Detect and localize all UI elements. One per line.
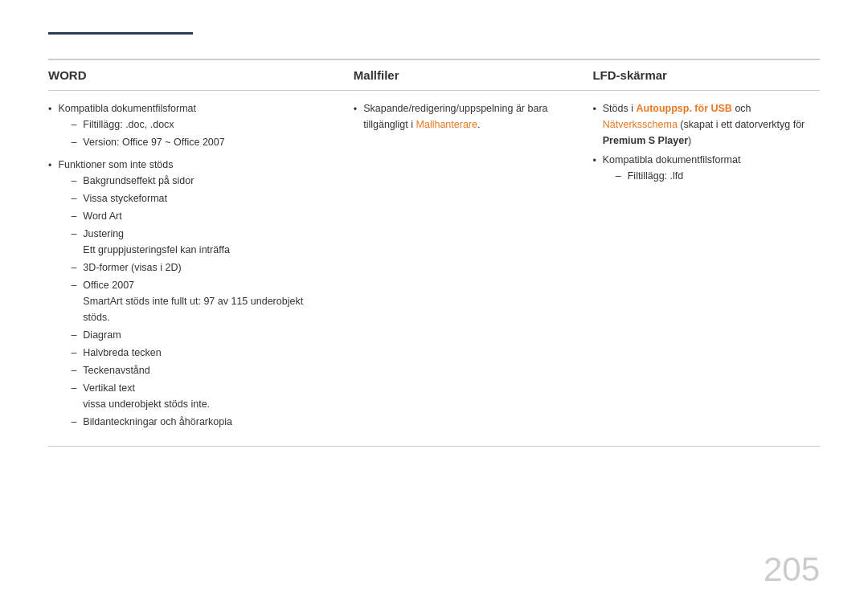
list-item: Version: Office 97 ~ Office 2007 xyxy=(71,134,329,150)
mall-item1-content: Skapande/redigering/uppspelning är bara … xyxy=(363,100,568,133)
word-cell: Kompatibla dokumentfilsformat Filtillägg… xyxy=(48,91,342,447)
list-item: Kompatibla dokumentfilsformat Filtillägg… xyxy=(48,100,330,153)
lfd-item2-content: Kompatibla dokumentfilsformat Filtillägg… xyxy=(603,152,808,187)
col-header-mallfiler: Mallfiler xyxy=(342,60,581,91)
word-dash-s2-5: 3D-former (visas i 2D) xyxy=(83,260,329,276)
word-dash-s2-11: Bildanteckningar och åhörarkopia xyxy=(83,414,329,430)
word-dash-s2-1: Bakgrundseffekt på sidor xyxy=(83,173,329,189)
list-item: Funktioner som inte stöds Bakgrundseffek… xyxy=(48,157,330,433)
list-item: Diagram xyxy=(71,327,329,343)
lfd-header-label: LFD-skärmar xyxy=(592,68,667,82)
lfd-text3: (skapat i ett datorverktyg för xyxy=(678,119,805,130)
list-item: Word Art xyxy=(71,208,329,224)
word-dash-list-2: Bakgrundseffekt på sidor Vissa styckefor… xyxy=(71,173,329,430)
list-item: Stöds i Autouppsp. för USB och Nätverkss… xyxy=(592,100,808,149)
lfd-item1-content: Stöds i Autouppsp. för USB och Nätverkss… xyxy=(603,100,808,149)
word-dash-s2-3: Word Art xyxy=(83,208,329,224)
list-item: Bildanteckningar och åhörarkopia xyxy=(71,414,329,430)
word-dash-s2-10-note: vissa underobjekt stöds inte. xyxy=(83,398,210,410)
lfd-text1: Stöds i xyxy=(603,103,637,114)
list-item-content-2: Funktioner som inte stöds Bakgrundseffek… xyxy=(58,157,329,433)
list-item: Filtillägg: .doc, .docx xyxy=(71,116,329,133)
lfd-orange-bold: Autouppsp. för USB xyxy=(636,103,731,114)
word-item2-text: Funktioner som inte stöds xyxy=(58,159,173,170)
mall-link: Mallhanterare xyxy=(416,119,477,130)
lfd-orange: Nätverksschema xyxy=(603,119,678,130)
word-dash-s2-9: Teckenavstånd xyxy=(83,362,329,378)
word-dash-s2-6-wrap: Office 2007 SmartArt stöds inte fullt ut… xyxy=(83,277,329,325)
col-header-lfd: LFD-skärmar xyxy=(580,60,820,91)
table-row: Kompatibla dokumentfilsformat Filtillägg… xyxy=(48,91,820,447)
word-dash-s2-10-wrap: Vertikal text vissa underobjekt stöds in… xyxy=(83,380,329,412)
list-item: Kompatibla dokumentfilsformat Filtillägg… xyxy=(592,152,808,187)
list-item: Bakgrundseffekt på sidor xyxy=(71,173,329,189)
word-dash-s2-10: Vertikal text xyxy=(83,382,135,394)
list-item: Teckenavstånd xyxy=(71,362,329,378)
list-item: Filtillägg: .lfd xyxy=(616,168,808,184)
col-header-word: WORD xyxy=(48,60,342,91)
content-table: WORD Mallfiler LFD-skärmar xyxy=(48,59,820,447)
lfd-bold: Premium S Player xyxy=(603,135,688,146)
list-item: Halvbreda tecken xyxy=(71,345,329,361)
word-item1-text: Kompatibla dokumentfilsformat xyxy=(58,103,196,114)
word-dash1: Filtillägg: .doc, .docx xyxy=(83,116,329,133)
lfd-item2-text: Kompatibla dokumentfilsformat xyxy=(603,154,741,166)
page-container: WORD Mallfiler LFD-skärmar xyxy=(0,0,868,613)
word-dash-s2-4: Justering xyxy=(83,228,124,239)
list-item: Justering Ett gruppjusteringsfel kan int… xyxy=(71,226,329,258)
lfd-cell: Stöds i Autouppsp. för USB och Nätverkss… xyxy=(580,91,820,447)
word-dash-list-1: Filtillägg: .doc, .docx Version: Office … xyxy=(71,116,329,150)
lfd-text2: och xyxy=(732,103,751,114)
top-bar-accent xyxy=(48,32,193,35)
word-dash-s2-2: Vissa styckeformat xyxy=(83,190,329,206)
mallfiler-cell: Skapande/redigering/uppspelning är bara … xyxy=(342,91,581,447)
word-dash-s2-8: Halvbreda tecken xyxy=(83,345,329,361)
mall-bullet-list: Skapande/redigering/uppspelning är bara … xyxy=(354,100,569,133)
lfd-end: ) xyxy=(688,135,691,146)
word-dash-s2-7: Diagram xyxy=(83,327,329,343)
word-dash-s2-6: Office 2007 xyxy=(83,280,134,291)
word-bullet-list: Kompatibla dokumentfilsformat Filtillägg… xyxy=(48,100,330,433)
list-item: Vertikal text vissa underobjekt stöds in… xyxy=(71,380,329,412)
mallfiler-header-label: Mallfiler xyxy=(354,68,399,82)
word-dash2: Version: Office 97 ~ Office 2007 xyxy=(83,134,329,150)
list-item: 3D-former (visas i 2D) xyxy=(71,260,329,276)
lfd-dash-list: Filtillägg: .lfd xyxy=(616,168,808,184)
list-item: Vissa styckeformat xyxy=(71,190,329,206)
lfd-bullet-list: Stöds i Autouppsp. för USB och Nätverkss… xyxy=(592,100,808,187)
list-item: Skapande/redigering/uppspelning är bara … xyxy=(354,100,569,133)
lfd-dash1: Filtillägg: .lfd xyxy=(628,168,808,184)
word-dash-s2-6-note: SmartArt stöds inte fullt ut: 97 av 115 … xyxy=(83,296,303,323)
word-header-label: WORD xyxy=(48,68,87,82)
word-dash-s2-4-wrap: Justering Ett gruppjusteringsfel kan int… xyxy=(83,226,329,258)
page-number: 205 xyxy=(764,550,820,589)
list-item-content: Kompatibla dokumentfilsformat Filtillägg… xyxy=(58,100,329,153)
mall-text2: . xyxy=(477,119,480,130)
word-dash-s2-4-note: Ett gruppjusteringsfel kan inträffa xyxy=(83,244,230,255)
list-item: Office 2007 SmartArt stöds inte fullt ut… xyxy=(71,277,329,325)
